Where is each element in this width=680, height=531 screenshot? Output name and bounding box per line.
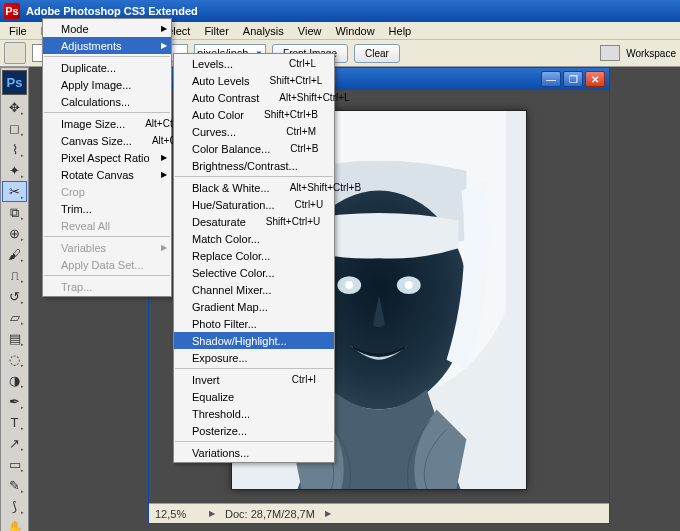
window-maximize-button[interactable]: ❐ [563, 71, 583, 87]
adjustments-menu-item[interactable]: Replace Color... [174, 247, 334, 264]
adjustments-menu-label: Shadow/Highlight... [192, 335, 316, 347]
adjustments-menu-item[interactable]: Gradient Map... [174, 298, 334, 315]
image-menu-item[interactable]: Canvas Size...Alt+Ctrl+C [43, 132, 171, 149]
image-menu-item[interactable]: Calculations... [43, 93, 171, 110]
menu-help[interactable]: Help [382, 23, 419, 39]
svg-point-5 [405, 281, 413, 289]
adjustments-menu-label: Posterize... [192, 425, 316, 437]
adjustments-menu-item[interactable]: Threshold... [174, 405, 334, 422]
image-menu-item: Variables▶ [43, 239, 171, 256]
image-menu-item[interactable]: Trim... [43, 200, 171, 217]
menu-file[interactable]: File [2, 23, 34, 39]
tool-eyedrop[interactable]: ⟆▸ [2, 496, 27, 517]
ps-logo-icon: Ps [2, 70, 27, 95]
image-menu-item[interactable]: Duplicate... [43, 59, 171, 76]
tool-blur[interactable]: ◌▸ [2, 349, 27, 370]
adjustments-menu-item[interactable]: Channel Mixer... [174, 281, 334, 298]
adjustments-menu-label: Curves... [192, 126, 266, 138]
shortcut-text: Ctrl+L [289, 58, 316, 69]
shortcut-text: Ctrl+B [290, 143, 318, 154]
tool-move[interactable]: ✥▸ [2, 97, 27, 118]
tool-stamp[interactable]: ⎍▸ [2, 265, 27, 286]
adjustments-menu-item[interactable]: DesaturateShift+Ctrl+U [174, 213, 334, 230]
image-menu-item[interactable]: Apply Image... [43, 76, 171, 93]
tool-wand[interactable]: ✦▸ [2, 160, 27, 181]
tool-brush[interactable]: 🖌▸ [2, 244, 27, 265]
adjustments-menu-label: Invert [192, 374, 272, 386]
status-info-menu-icon[interactable]: ▶ [325, 509, 331, 518]
workspace-label: Workspace [626, 48, 676, 59]
tool-notes[interactable]: ✎▸ [2, 475, 27, 496]
image-menu-item[interactable]: Image Size...Alt+Ctrl+I [43, 115, 171, 132]
adjustments-menu-label: Auto Levels [192, 75, 249, 87]
shortcut-text: Ctrl+I [292, 374, 316, 385]
adjustments-menu-item[interactable]: Auto LevelsShift+Ctrl+L [174, 72, 334, 89]
current-tool-icon[interactable] [4, 42, 26, 64]
adjustments-submenu: Levels...Ctrl+LAuto LevelsShift+Ctrl+LAu… [173, 53, 335, 463]
clear-button[interactable]: Clear [354, 44, 400, 63]
adjustments-menu-item[interactable]: Brightness/Contrast... [174, 157, 334, 174]
image-menu-item: Apply Data Set... [43, 256, 171, 273]
menu-analysis[interactable]: Analysis [236, 23, 291, 39]
tool-hand[interactable]: ✋ [2, 517, 27, 531]
tool-shape[interactable]: ▭▸ [2, 454, 27, 475]
window-minimize-button[interactable]: — [541, 71, 561, 87]
adjustments-menu-item[interactable]: InvertCtrl+I [174, 371, 334, 388]
adjustments-menu-item[interactable]: Variations... [174, 444, 334, 461]
tool-type[interactable]: T▸ [2, 412, 27, 433]
adjustments-menu-item[interactable]: Auto ContrastAlt+Shift+Ctrl+L [174, 89, 334, 106]
adjustments-menu-item[interactable]: Posterize... [174, 422, 334, 439]
adjustments-menu-item[interactable]: Curves...Ctrl+M [174, 123, 334, 140]
shortcut-text: Shift+Ctrl+L [269, 75, 322, 86]
tool-slice[interactable]: ⧉▸ [2, 202, 27, 223]
shortcut-text: Alt+Shift+Ctrl+B [290, 182, 361, 193]
tool-dodge[interactable]: ◑▸ [2, 370, 27, 391]
adjustments-menu-item[interactable]: Black & White...Alt+Shift+Ctrl+B [174, 179, 334, 196]
image-menu-label: Calculations... [61, 96, 153, 108]
adjustments-menu-item[interactable]: Photo Filter... [174, 315, 334, 332]
menu-filter[interactable]: Filter [197, 23, 235, 39]
adjustments-menu-label: Levels... [192, 58, 269, 70]
app-window: Ps Adobe Photoshop CS3 Extended File Edi… [0, 0, 680, 531]
tool-crop[interactable]: ✂▸ [2, 181, 27, 202]
tool-pen[interactable]: ✒▸ [2, 391, 27, 412]
workspace-switcher-icon[interactable] [600, 45, 620, 61]
adjustments-menu-item[interactable]: Exposure... [174, 349, 334, 366]
image-menu-item[interactable]: Mode▶ [43, 20, 171, 37]
adjustments-menu-label: Gradient Map... [192, 301, 316, 313]
tool-gradient[interactable]: ▤▸ [2, 328, 27, 349]
submenu-arrow-icon: ▶ [161, 243, 167, 252]
adjustments-menu-item[interactable]: Hue/Saturation...Ctrl+U [174, 196, 334, 213]
image-menu-label: Apply Data Set... [61, 259, 153, 271]
adjustments-menu-label: Replace Color... [192, 250, 316, 262]
window-close-button[interactable]: ✕ [585, 71, 605, 87]
zoom-level[interactable]: 12,5% [155, 508, 199, 520]
image-menu-item[interactable]: Pixel Aspect Ratio▶ [43, 149, 171, 166]
adjustments-menu-item[interactable]: Auto ColorShift+Ctrl+B [174, 106, 334, 123]
adjustments-menu-item[interactable]: Equalize [174, 388, 334, 405]
tool-eraser[interactable]: ▱▸ [2, 307, 27, 328]
shortcut-text: Alt+Shift+Ctrl+L [279, 92, 349, 103]
tool-path[interactable]: ↗▸ [2, 433, 27, 454]
menu-window[interactable]: Window [328, 23, 381, 39]
app-title: Adobe Photoshop CS3 Extended [26, 5, 676, 17]
adjustments-menu-item[interactable]: Levels...Ctrl+L [174, 55, 334, 72]
tool-marquee[interactable]: ◻▸ [2, 118, 27, 139]
adjustments-menu-item[interactable]: Color Balance...Ctrl+B [174, 140, 334, 157]
adjustments-menu-item[interactable]: Match Color... [174, 230, 334, 247]
adjustments-menu-label: Hue/Saturation... [192, 199, 275, 211]
image-menu-item[interactable]: Adjustments▶ [43, 37, 171, 54]
adjustments-menu-label: Color Balance... [192, 143, 270, 155]
tool-history[interactable]: ↺▸ [2, 286, 27, 307]
tool-heal[interactable]: ⊕▸ [2, 223, 27, 244]
image-menu-label: Mode [61, 23, 153, 35]
tool-lasso[interactable]: ⌇▸ [2, 139, 27, 160]
document-status-bar: 12,5% ▶ Doc: 28,7M/28,7M ▶ [149, 503, 609, 523]
image-menu-item[interactable]: Rotate Canvas▶ [43, 166, 171, 183]
menu-view[interactable]: View [291, 23, 329, 39]
menubar: File Edit Image Layer Select Filter Anal… [0, 22, 680, 40]
submenu-arrow-icon: ▶ [161, 153, 167, 162]
adjustments-menu-item[interactable]: Shadow/Highlight... [174, 332, 334, 349]
adjustments-menu-item[interactable]: Selective Color... [174, 264, 334, 281]
status-menu-icon[interactable]: ▶ [209, 509, 215, 518]
